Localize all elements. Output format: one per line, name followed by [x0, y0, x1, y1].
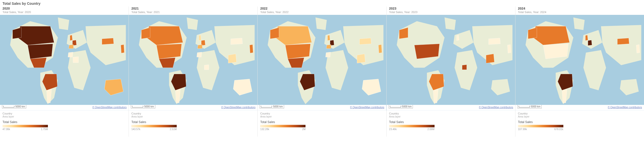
- map-canvas[interactable]: 5000 km © OpenStreetMap contributors: [0, 15, 129, 110]
- scalebar: 5000 km: [260, 105, 284, 108]
- scalebar: 5000 km: [517, 105, 542, 108]
- legend-area-label: Area layer: [389, 115, 513, 118]
- legend-min: 107.99k: [518, 128, 527, 131]
- legend-metric-label: Total Sales: [260, 120, 384, 124]
- panel-subtitle: Total Sales, Year: 2024: [518, 11, 641, 14]
- panel-2023: 2023 Total Sales, Year: 2023: [387, 7, 515, 137]
- legend-country-label: Country: [518, 112, 641, 115]
- legend-area-label: Area layer: [260, 115, 384, 118]
- panel-2024: 2024 Total Sales, Year: 2024: [515, 7, 644, 137]
- scalebar: 5000 km: [389, 105, 413, 108]
- panel-year: 2020: [3, 7, 126, 11]
- panel-year: 2023: [389, 7, 513, 11]
- panel-subtitle: Total Sales, Year: 2021: [131, 11, 255, 14]
- panel-year: 2021: [131, 7, 255, 11]
- legend-metric-label: Total Sales: [389, 120, 513, 124]
- basemap-icon: [129, 15, 257, 110]
- panel-year: 2022: [260, 7, 384, 11]
- color-ramp: [260, 125, 305, 127]
- page-title: Total Sales by Country: [0, 0, 644, 7]
- legend-min: 47.06k: [3, 128, 10, 131]
- legend-metric-label: Total Sales: [131, 120, 255, 124]
- color-ramp: [131, 125, 177, 127]
- map-canvas[interactable]: 5000 km © OpenStreetMap contributors: [258, 15, 386, 110]
- legend-country-label: Country: [389, 112, 513, 115]
- attribution[interactable]: © OpenStreetMap contributors: [221, 106, 256, 109]
- legend-max: 1.75M: [41, 128, 48, 131]
- legend-max: 2.06M: [427, 128, 435, 131]
- legend-max: 2M: [302, 128, 306, 131]
- legend-country-label: Country: [131, 112, 255, 115]
- legend-metric-label: Total Sales: [3, 120, 126, 124]
- legend-min: 143.57k: [131, 128, 140, 131]
- panel-subtitle: Total Sales, Year: 2020: [3, 11, 126, 14]
- legend-country-label: Country: [260, 112, 384, 115]
- legend-max: 2.51M: [170, 128, 177, 131]
- map-panels: 2020 Total Sales, Year: 2020: [0, 7, 644, 137]
- attribution[interactable]: © OpenStreetMap contributors: [350, 106, 385, 109]
- panel-2021: 2021 Total Sales, Year: 2021: [129, 7, 258, 137]
- basemap-icon: [258, 15, 386, 110]
- legend-min: 132.28k: [260, 128, 269, 131]
- color-ramp: [389, 125, 435, 127]
- panel-year: 2024: [518, 7, 641, 11]
- legend-area-label: Area layer: [131, 115, 255, 118]
- color-ramp: [3, 125, 48, 127]
- legend-area-label: Area layer: [3, 115, 126, 118]
- map-canvas[interactable]: 5000 km © OpenStreetMap contributors: [129, 15, 257, 110]
- basemap-icon: [0, 15, 129, 110]
- map-canvas[interactable]: 5000 km © OpenStreetMap contributors: [387, 15, 515, 110]
- panel-subtitle: Total Sales, Year: 2022: [260, 11, 384, 14]
- panel-2022: 2022 Total Sales, Year: 2022: [258, 7, 386, 137]
- legend-country-label: Country: [3, 112, 126, 115]
- legend-metric-label: Total Sales: [518, 120, 641, 124]
- color-ramp: [518, 125, 563, 127]
- attribution[interactable]: © OpenStreetMap contributors: [92, 106, 127, 109]
- panel-2020: 2020 Total Sales, Year: 2020: [0, 7, 129, 137]
- legend-max: 678.01k: [554, 128, 563, 131]
- panel-subtitle: Total Sales, Year: 2023: [389, 11, 513, 14]
- basemap-icon: [515, 15, 644, 110]
- legend-min: 23.46k: [389, 128, 397, 131]
- attribution[interactable]: © OpenStreetMap contributors: [478, 106, 514, 109]
- attribution[interactable]: © OpenStreetMap contributors: [607, 106, 642, 109]
- legend-area-label: Area layer: [518, 115, 641, 118]
- map-canvas[interactable]: 5000 km © OpenStreetMap contributors: [515, 15, 644, 110]
- scalebar: 5000 km: [2, 105, 26, 108]
- basemap-icon: [387, 15, 515, 110]
- scalebar: 5000 km: [131, 105, 155, 108]
